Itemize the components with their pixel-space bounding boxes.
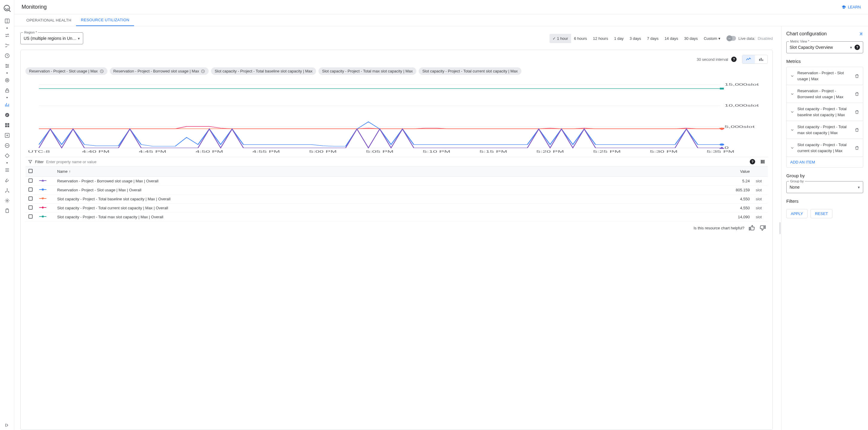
help-icon[interactable]: ? xyxy=(855,44,860,50)
learn-button[interactable]: LEARN xyxy=(841,5,861,9)
row-name: Slot capacity - Project - Total baseline… xyxy=(54,195,652,204)
trash-icon[interactable] xyxy=(855,146,859,150)
select-all-checkbox[interactable] xyxy=(28,169,33,173)
nav-transfer-icon[interactable] xyxy=(4,32,11,39)
row-unit: slot xyxy=(753,204,768,213)
nav-share-icon[interactable] xyxy=(4,187,11,194)
time-range-custom[interactable]: Custom ▾ xyxy=(701,34,723,43)
nav-clipboard-icon[interactable] xyxy=(4,207,11,214)
filter-input[interactable] xyxy=(46,160,747,164)
row-name: Slot capacity - Project - Total current … xyxy=(54,204,652,213)
expand-icon[interactable] xyxy=(790,92,794,96)
live-data-toggle[interactable]: – xyxy=(727,36,736,41)
nav-dashboard-icon[interactable] xyxy=(4,122,11,129)
metric-chip[interactable]: Reservation - Project - Borrowed slot us… xyxy=(110,67,209,75)
add-metric-link[interactable]: ADD AN ITEM xyxy=(786,157,863,167)
columns-icon[interactable] xyxy=(760,159,765,164)
expand-icon[interactable] xyxy=(790,110,794,114)
row-checkbox[interactable] xyxy=(28,206,33,210)
metric-view-select[interactable]: Metric View * Slot Capacity Overview ▾ ? xyxy=(786,41,863,53)
metric-chip[interactable]: Reservation - Project - Slot usage | Max xyxy=(26,67,107,75)
svg-rect-28 xyxy=(762,60,763,61)
time-range-button[interactable]: 3 days xyxy=(627,34,644,43)
metrics-list: Reservation - Project - Slot usage | Max… xyxy=(786,67,863,168)
time-range-button[interactable]: 6 hours xyxy=(571,34,590,43)
expand-icon[interactable] xyxy=(790,146,794,150)
metric-chips: Reservation - Project - Slot usage | Max… xyxy=(26,67,768,75)
svg-text:5:00 PM: 5:00 PM xyxy=(309,150,337,153)
thumbs-up-icon[interactable] xyxy=(749,224,755,231)
page-header: Monitoring LEARN xyxy=(14,0,868,14)
expand-icon[interactable] xyxy=(790,128,794,132)
trash-icon[interactable] xyxy=(855,110,859,114)
time-range-button[interactable]: 1 day xyxy=(611,34,627,43)
metric-chip[interactable]: Slot capacity - Project - Total baseline… xyxy=(211,67,316,75)
svg-text:4:40 PM: 4:40 PM xyxy=(82,150,110,153)
expand-icon[interactable] xyxy=(790,74,794,78)
row-name: Reservation - Project - Slot usage | Max… xyxy=(54,186,652,195)
nav-add-icon[interactable] xyxy=(4,132,11,139)
nav-icon-1[interactable] xyxy=(4,18,11,25)
reset-button[interactable]: RESET xyxy=(810,209,832,218)
chart-config-panel: Chart configuration Metric View * Slot C… xyxy=(781,26,868,430)
filters-section-title: Filters xyxy=(786,198,863,204)
row-unit: slot xyxy=(753,195,768,204)
nav-diamond-icon[interactable] xyxy=(4,152,11,159)
group-by-select[interactable]: Group by None ▾ xyxy=(786,181,863,193)
thumbs-down-icon[interactable] xyxy=(760,224,766,231)
nav-expand-icon[interactable] xyxy=(4,422,11,429)
page-title: Monitoring xyxy=(22,4,47,10)
chart-type-line-icon[interactable] xyxy=(742,55,755,63)
line-chart: 05,000slot10,000slot15,000slotUTC-84:40 … xyxy=(26,80,768,155)
trash-icon[interactable] xyxy=(855,74,859,79)
time-range-button[interactable]: 14 days xyxy=(661,34,681,43)
svg-rect-56 xyxy=(764,160,765,163)
nav-chip-icon[interactable] xyxy=(4,142,11,149)
time-range-button[interactable]: 30 days xyxy=(681,34,701,43)
trash-icon[interactable] xyxy=(855,92,859,96)
metric-chip[interactable]: Slot capacity - Project - Total max slot… xyxy=(318,67,416,75)
row-value: 4,550 xyxy=(652,195,753,204)
nav-list-icon[interactable] xyxy=(4,166,11,174)
tab-resource-utilization[interactable]: RESOURCE UTILIZATION xyxy=(76,14,134,26)
time-range-button[interactable]: ✓1 hour xyxy=(550,34,571,43)
metric-chip[interactable]: Slot capacity - Project - Total current … xyxy=(419,67,521,75)
apply-button[interactable]: APPLY xyxy=(786,209,808,218)
nav-target-icon[interactable] xyxy=(4,76,11,84)
nav-explore-icon[interactable] xyxy=(4,112,11,119)
col-value-header[interactable]: Value xyxy=(652,166,753,177)
row-checkbox[interactable] xyxy=(28,179,33,183)
metric-name: Slot capacity - Project - Total baseline… xyxy=(797,106,851,118)
svg-rect-14 xyxy=(5,125,7,127)
time-range-button[interactable]: 7 days xyxy=(644,34,661,43)
nav-lock-icon[interactable] xyxy=(4,87,11,94)
row-checkbox[interactable] xyxy=(28,196,33,201)
panel-splitter[interactable] xyxy=(779,26,781,430)
col-name-header[interactable]: Name↑ xyxy=(54,166,652,177)
chart-type-bar-icon[interactable] xyxy=(755,55,768,63)
nav-settings-icon[interactable] xyxy=(4,197,11,204)
nav-tune-icon[interactable] xyxy=(4,62,11,69)
svg-text:UTC-8: UTC-8 xyxy=(28,150,50,153)
region-select[interactable]: Region * US (multiple regions in Un… ▾ xyxy=(20,32,83,44)
nav-monitoring-icon[interactable] xyxy=(4,101,11,109)
time-range-group: ✓1 hour6 hours12 hours1 day3 days7 days1… xyxy=(550,34,701,43)
row-unit: slot xyxy=(753,186,768,195)
left-nav-rail: • • • • xyxy=(0,0,14,430)
help-icon[interactable]: ? xyxy=(731,57,737,62)
trash-icon[interactable] xyxy=(855,128,859,132)
row-unit: slot xyxy=(753,177,768,186)
row-checkbox[interactable] xyxy=(28,187,33,192)
tab-operational-health[interactable]: OPERATIONAL HEALTH xyxy=(22,14,76,26)
legend-marker-icon xyxy=(39,206,46,209)
nav-pipeline-icon[interactable] xyxy=(4,42,11,49)
row-checkbox[interactable] xyxy=(28,214,33,219)
metric-name: Slot capacity - Project - Total current … xyxy=(797,142,851,154)
svg-text:4:45 PM: 4:45 PM xyxy=(138,150,166,153)
svg-point-8 xyxy=(5,79,9,82)
nav-wrench-icon[interactable] xyxy=(4,177,11,184)
time-range-button[interactable]: 12 hours xyxy=(590,34,611,43)
help-icon[interactable]: ? xyxy=(750,159,755,164)
nav-clock-icon[interactable] xyxy=(4,52,11,59)
collapse-panel-icon[interactable] xyxy=(858,31,863,36)
